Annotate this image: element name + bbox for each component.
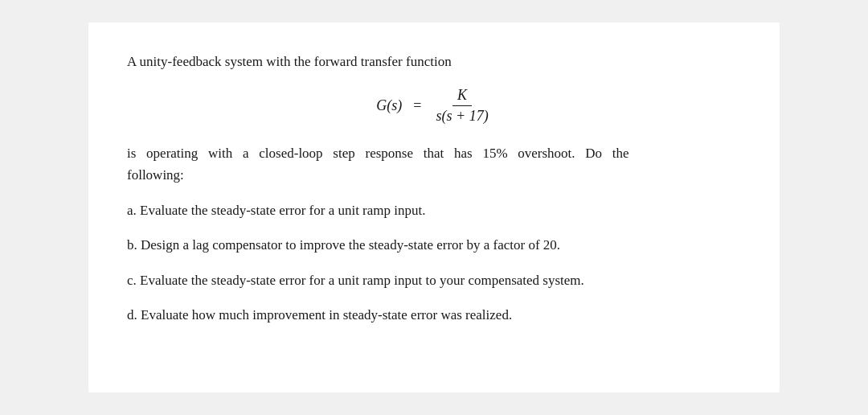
page-container: A unity-feedback system with the forward… xyxy=(88,23,780,392)
description-text: is operating with a closed-loop step res… xyxy=(127,142,741,186)
formula-denominator: s(s + 17) xyxy=(433,106,492,125)
formula-lhs: G(s) xyxy=(376,97,402,114)
formula: G(s) = K s(s + 17) xyxy=(376,87,491,125)
question-c-text: Evaluate the steady-state error for a un… xyxy=(140,273,584,288)
question-a-text: Evaluate the steady-state error for a un… xyxy=(140,203,425,218)
question-b: b. Design a lag compensator to improve t… xyxy=(127,235,741,256)
intro-text: A unity-feedback system with the forward… xyxy=(127,51,741,72)
question-d-text: Evaluate how much improvement in steady-… xyxy=(141,307,512,323)
question-b-label: b. xyxy=(127,237,141,253)
question-d: d. Evaluate how much improvement in stea… xyxy=(127,305,741,326)
formula-block: G(s) = K s(s + 17) xyxy=(127,87,741,125)
formula-numerator: K xyxy=(452,87,472,106)
question-b-text: Design a lag compensator to improve the … xyxy=(141,237,560,253)
question-a: a. Evaluate the steady-state error for a… xyxy=(127,200,741,221)
question-d-label: d. xyxy=(127,307,141,323)
question-c-label: c. xyxy=(127,273,140,288)
question-a-label: a. xyxy=(127,203,140,218)
formula-equals: = xyxy=(413,97,421,114)
question-c: c. Evaluate the steady-state error for a… xyxy=(127,270,741,291)
formula-fraction: K s(s + 17) xyxy=(433,87,492,125)
